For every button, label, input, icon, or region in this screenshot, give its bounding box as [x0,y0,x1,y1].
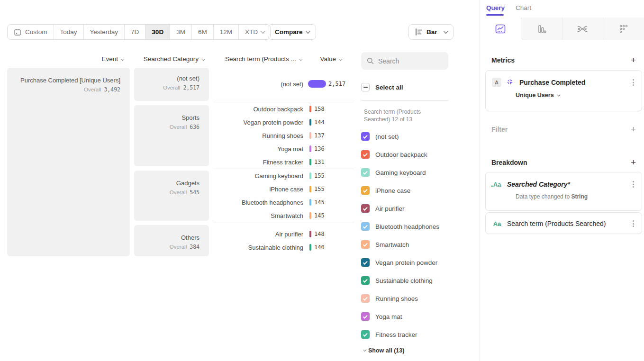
breakdown-section-header: Breakdown + [491,158,636,167]
filter-title: Filter [491,126,508,133]
table-row[interactable]: Vegan protein powder 144 [213,116,355,128]
tab-flows[interactable] [562,18,603,40]
funnels-icon [536,24,547,34]
column-header-value[interactable]: Value [310,55,341,63]
chevron-down-icon [201,58,205,61]
add-metric-button[interactable]: + [631,55,636,64]
search-input[interactable]: Search [361,52,448,70]
value-bar [309,119,311,126]
breakdown-card-search-term[interactable]: Aa Search term (Products Searched) [485,212,642,234]
filter-item-iphone-case[interactable]: iPhone case [361,181,456,199]
table-row[interactable]: Running shoes 137 [213,129,355,142]
column-header-term[interactable]: Search term (Products ... [213,55,301,63]
tab-retention[interactable] [603,18,644,40]
table-row[interactable]: iPhone case 155 [213,183,355,195]
tab-insights[interactable] [480,18,521,40]
filter-item-not-set[interactable]: (not set) [361,127,456,145]
checkbox-checked [361,276,370,285]
flows-icon [577,24,588,34]
table-row[interactable]: Air purifier 148 [213,228,355,240]
table-row[interactable]: Bluetooth headphones 145 [213,196,355,208]
checkbox-checked [361,222,370,231]
chevron-down-icon [443,29,448,34]
checkbox-checked [361,204,370,213]
category-cell-not-set[interactable]: (not set) Overall2,517 [134,68,209,101]
bar-chart-icon [415,28,423,36]
date-range-xtd[interactable]: XTD [238,25,270,39]
add-filter-button[interactable]: + [631,125,636,134]
metric-options-menu[interactable] [631,77,636,88]
breakdown-options-menu[interactable] [631,218,636,229]
select-all-checkbox[interactable]: Select all [361,83,403,91]
category-cell-sports[interactable]: Sports Overall636 [134,105,209,166]
tab-funnels[interactable] [521,18,562,40]
table-row[interactable]: Sustainable clothing 140 [213,241,355,253]
metrics-title: Metrics [491,56,515,64]
retention-icon [618,24,629,34]
table-row[interactable]: Yoga mat 136 [213,143,355,155]
chevron-down-icon [121,58,124,61]
event-overall: Overall3,492 [12,86,120,93]
report-type-tabs [480,18,644,40]
metric-measure-selector[interactable]: Unique Users [486,88,642,99]
event-cell[interactable]: Purchase Completed [Unique Users] Overal… [7,68,130,256]
metric-card[interactable]: A Purchase Completed Unique Users [485,70,642,111]
filter-item-running-shoes[interactable]: Running shoes [361,289,456,307]
show-all-button[interactable]: Show all (13) [363,347,404,354]
table-row[interactable]: Gaming keyboard 155 [213,170,355,182]
chart-type-selector[interactable]: Bar [408,24,454,40]
date-range-segmented-control: Custom Today Yesterday 7D 30D 3M 6M 12M … [7,24,271,40]
filter-item-vegan-protein-powder[interactable]: Vegan protein powder [361,253,456,271]
event-name: Purchase Completed [Unique Users] [12,76,120,85]
date-range-custom[interactable]: Custom [8,25,54,39]
filter-item-air-purifier[interactable]: Air purifier [361,199,456,217]
event-spark-icon [506,78,515,87]
category-cell-gadgets[interactable]: Gadgets Overall545 [134,171,209,221]
value-bar [309,172,311,179]
date-range-12m[interactable]: 12M [213,25,238,39]
group-separator [213,102,354,102]
filter-item-bluetooth-headphones[interactable]: Bluetooth headphones [361,217,456,235]
tab-chart[interactable]: Chart [516,4,531,11]
filter-item-fitness-tracker[interactable]: Fitness tracker [361,325,456,343]
value-bar [309,244,311,251]
table-row[interactable]: Outdoor backpack 158 [213,103,355,115]
add-breakdown-button[interactable]: + [631,158,636,167]
date-range-6m[interactable]: 6M [191,25,213,39]
breakdown-title: Breakdown [491,159,527,166]
column-header-event[interactable]: Event [7,55,123,63]
category-cell-others[interactable]: Others Overall384 [134,225,209,256]
checkbox-checked [361,240,370,249]
calendar-icon [14,28,21,36]
table-row[interactable]: Smartwatch 145 [213,209,355,222]
analytics-app: Custom Today Yesterday 7D 30D 3M 6M 12M … [0,0,644,361]
compare-button[interactable]: Compare [268,24,316,40]
filter-item-smartwatch[interactable]: Smartwatch [361,235,456,253]
panel-divider [361,100,448,101]
breakdown-note: Data type changed to String [486,190,642,200]
filter-item-sustainable-clothing[interactable]: Sustainable clothing [361,271,456,289]
date-range-7d[interactable]: 7D [124,25,145,39]
breakdown-card-searched-category[interactable]: Aa* Searched Category* Data type changed… [485,172,642,211]
checkbox-checked [361,312,370,321]
search-icon [367,57,374,64]
string-property-icon: Aa* [492,181,502,188]
date-range-yesterday[interactable]: Yesterday [83,25,125,39]
column-header-category[interactable]: Searched Category [134,55,204,63]
date-range-30d[interactable]: 30D [145,25,170,39]
filter-item-yoga-mat[interactable]: Yoga mat [361,307,456,325]
date-range-3m[interactable]: 3M [170,25,191,39]
tab-query[interactable]: Query [486,4,505,11]
chevron-down-icon [363,348,366,351]
metric-series-badge: A [492,78,501,87]
table-row[interactable]: Fitness tracker 131 [213,156,355,168]
table-row[interactable]: (not set) 2,517 [213,78,355,90]
search-placeholder: Search [378,57,399,65]
value-bar [309,106,311,112]
value-bar [309,199,311,206]
chevron-down-icon [299,58,302,61]
date-range-today[interactable]: Today [54,25,83,39]
filter-item-gaming-keyboard[interactable]: Gaming keyboard [361,163,456,181]
breakdown-options-menu[interactable] [631,179,636,190]
filter-item-outdoor-backpack[interactable]: Outdoor backpack [361,145,456,163]
